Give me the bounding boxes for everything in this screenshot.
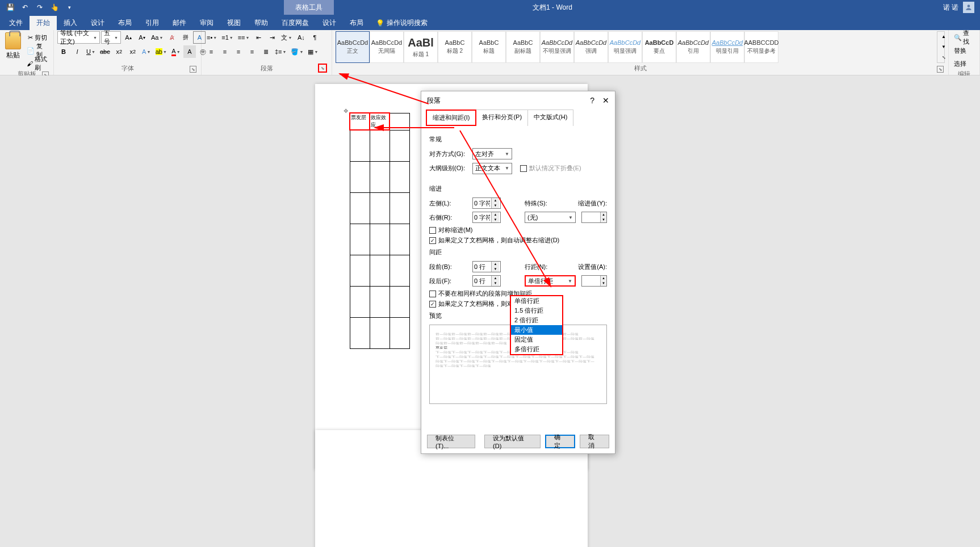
spin-up[interactable]: ▲: [601, 276, 606, 281]
before-input[interactable]: [473, 263, 491, 270]
tabs-button[interactable]: 制表位(T)...: [427, 435, 475, 448]
tab-home[interactable]: 开始: [30, 16, 57, 30]
undo-icon[interactable]: ↶: [18, 1, 32, 14]
styles-gallery[interactable]: AaBbCcDd正文AaBbCcDd无间隔AaBl标题 1AaBbC标题 2Aa…: [336, 31, 935, 63]
table-cell-2-1[interactable]: [370, 161, 390, 192]
paragraph-launcher[interactable]: ⬊: [318, 64, 327, 73]
line-spacing-option-2[interactable]: 2 倍行距: [511, 315, 562, 325]
special-select[interactable]: (无)▼: [525, 212, 576, 223]
distribute-button[interactable]: ≣: [259, 45, 272, 58]
char-shading-button[interactable]: A: [183, 45, 196, 58]
line-spacing-option-0[interactable]: 单倍行距: [511, 296, 562, 306]
table-cell-5-1[interactable]: [370, 255, 390, 286]
before-spinner[interactable]: ▲▼: [472, 261, 501, 272]
style-item-2[interactable]: AaBl标题 1: [404, 31, 438, 63]
style-item-10[interactable]: AaBbCcDd引用: [676, 31, 710, 63]
grid-snap-checkbox[interactable]: ✓: [429, 301, 436, 308]
styles-expand[interactable]: ⤡: [937, 53, 950, 62]
set-val-spinner[interactable]: ▲▼: [581, 275, 607, 287]
style-item-1[interactable]: AaBbCcDd无间隔: [370, 31, 404, 63]
spin-up[interactable]: ▲: [492, 198, 499, 203]
tab-mailings[interactable]: 邮件: [166, 16, 193, 30]
table-cell-4-0[interactable]: [350, 224, 370, 255]
table-cell-4-2[interactable]: [390, 224, 409, 255]
dialog-close-button[interactable]: ✕: [602, 96, 609, 105]
align-center-button[interactable]: ≡: [219, 45, 231, 58]
tab-review[interactable]: 审阅: [193, 16, 220, 30]
table-cell-5-2[interactable]: [390, 255, 409, 286]
line-spacing-option-3[interactable]: 最小值: [511, 325, 562, 335]
table-cell-6-1[interactable]: [370, 286, 390, 317]
style-item-8[interactable]: AaBbCcDd明显强调: [608, 31, 642, 63]
superscript-button[interactable]: x2: [127, 45, 139, 58]
align-select[interactable]: 左对齐▼: [472, 148, 512, 159]
set-default-button[interactable]: 设为默认值(D): [484, 435, 541, 448]
table-cell-0-0[interactable]: 票友层: [350, 113, 370, 130]
format-painter-button[interactable]: 🖌 格式刷: [25, 57, 50, 70]
increase-indent-button[interactable]: ⇥: [266, 31, 278, 44]
line-spacing-option-5[interactable]: 多倍行距: [511, 344, 562, 354]
tab-help[interactable]: 帮助: [248, 16, 275, 30]
font-color-button[interactable]: A▼: [170, 45, 182, 58]
table-cell-1-2[interactable]: [390, 130, 409, 161]
table-cell-0-2[interactable]: [390, 113, 409, 130]
borders-button[interactable]: ▦▼: [306, 45, 320, 58]
grid-indent-checkbox[interactable]: ✓: [429, 237, 436, 244]
tab-references[interactable]: 引用: [139, 16, 166, 30]
bullets-button[interactable]: ≡•▼: [205, 31, 219, 44]
styles-launcher[interactable]: ⬊: [937, 66, 944, 73]
spin-down[interactable]: ▼: [492, 203, 499, 208]
left-indent-spinner[interactable]: ▲▼: [472, 197, 501, 209]
italic-button[interactable]: I: [71, 45, 83, 58]
table-anchor-icon[interactable]: ✥: [344, 108, 348, 114]
change-case-button[interactable]: Aa▼: [149, 31, 165, 44]
line-spacing-option-1[interactable]: 1.5 倍行距: [511, 306, 562, 315]
replace-button[interactable]: 替换: [952, 44, 968, 57]
font-launcher[interactable]: ⬊: [190, 66, 196, 73]
collapse-checkbox[interactable]: [520, 165, 527, 172]
dialog-tab-line-breaks[interactable]: 换行和分页(P): [476, 110, 528, 126]
ok-button[interactable]: 确定: [545, 435, 576, 448]
text-effects-button[interactable]: A▼: [140, 45, 153, 58]
font-name-combo[interactable]: 等线 (中文正文)▼: [57, 31, 100, 44]
touch-mode-icon[interactable]: 👆: [48, 1, 61, 14]
dialog-tab-asian[interactable]: 中文版式(H): [527, 110, 573, 126]
strike-button[interactable]: abc: [98, 45, 112, 58]
style-item-6[interactable]: AaBbCcDd不明显强调: [540, 31, 574, 63]
indent-val-spinner[interactable]: ▲▼: [581, 212, 607, 223]
asian-layout-button[interactable]: 文▼: [279, 31, 294, 44]
table-cell-0-1[interactable]: 效应效应: [370, 113, 390, 130]
tab-layout[interactable]: 布局: [111, 16, 139, 30]
set-val-input[interactable]: [582, 277, 600, 284]
table-cell-5-0[interactable]: [350, 255, 370, 286]
shrink-font-button[interactable]: A▾: [136, 31, 148, 44]
table-cell-6-0[interactable]: [350, 286, 370, 317]
shading-button[interactable]: 🪣▼: [289, 45, 305, 58]
tab-table-layout[interactable]: 布局: [343, 16, 370, 30]
table-cell-3-0[interactable]: [350, 192, 370, 224]
table-cell-2-0[interactable]: [350, 161, 370, 192]
style-item-9[interactable]: AaBbCcD要点: [642, 31, 676, 63]
dialog-tab-indent-spacing[interactable]: 缩进和间距(I): [426, 110, 476, 126]
style-item-11[interactable]: AaBbCcDd明显引用: [710, 31, 744, 63]
table-cell-1-0[interactable]: [350, 130, 370, 161]
tab-design[interactable]: 设计: [84, 16, 111, 30]
clear-format-button[interactable]: A̷: [166, 31, 178, 44]
table-cell-4-1[interactable]: [370, 224, 390, 255]
decrease-indent-button[interactable]: ⇤: [252, 31, 265, 44]
table-cell-6-2[interactable]: [390, 286, 409, 317]
select-button[interactable]: 选择: [952, 57, 968, 70]
style-item-0[interactable]: AaBbCcDd正文: [336, 31, 370, 63]
tab-table-design[interactable]: 设计: [316, 16, 343, 30]
show-marks-button[interactable]: ¶: [308, 31, 321, 44]
tab-baidu[interactable]: 百度网盘: [275, 16, 316, 30]
user-avatar-icon[interactable]: [963, 2, 974, 13]
tab-insert[interactable]: 插入: [57, 16, 84, 30]
spin-down[interactable]: ▼: [492, 267, 499, 272]
underline-button[interactable]: U▼: [85, 45, 97, 58]
line-spacing-select[interactable]: 单倍行距▼: [525, 275, 576, 287]
table-cell-3-2[interactable]: [390, 192, 409, 224]
same-style-checkbox[interactable]: [429, 291, 436, 297]
redo-icon[interactable]: ↷: [33, 1, 47, 14]
table-cell-2-2[interactable]: [390, 161, 409, 192]
